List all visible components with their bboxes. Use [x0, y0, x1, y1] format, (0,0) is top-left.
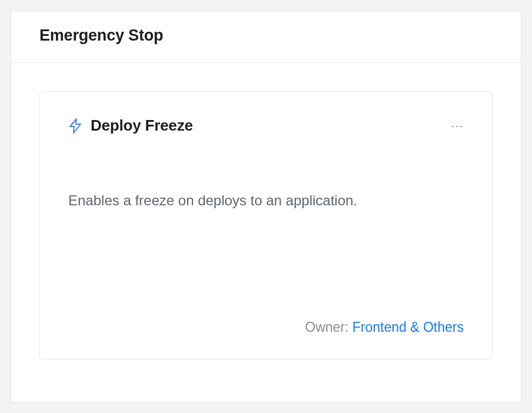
card-menu-button[interactable]: ···: [451, 121, 464, 131]
panel-title: Emergency Stop: [39, 26, 493, 45]
bolt-icon: [68, 118, 82, 134]
card-title-wrap: Deploy Freeze: [68, 116, 193, 135]
card-title: Deploy Freeze: [91, 116, 193, 135]
card-header: Deploy Freeze ···: [68, 116, 464, 135]
deploy-freeze-card[interactable]: Deploy Freeze ··· Enables a freeze on de…: [39, 91, 493, 359]
emergency-stop-panel: Emergency Stop Deploy Freeze ··· Enables…: [11, 11, 521, 402]
card-description: Enables a freeze on deploys to an applic…: [68, 191, 464, 210]
card-footer: Owner: Frontend & Others: [68, 319, 464, 335]
panel-body: Deploy Freeze ··· Enables a freeze on de…: [11, 63, 521, 388]
owner-link[interactable]: Frontend & Others: [353, 319, 464, 335]
owner-label: Owner:: [305, 319, 353, 335]
panel-header: Emergency Stop: [11, 11, 521, 63]
